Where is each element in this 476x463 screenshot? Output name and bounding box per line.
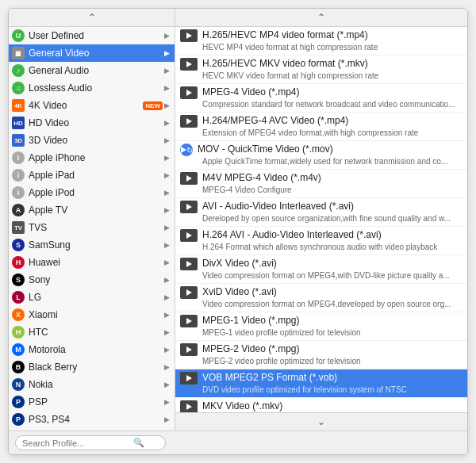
left-item-htc[interactable]: HHTC▶ [9,323,175,341]
right-item-mov-quicktime[interactable]: ↻MOV - QuickTime Video (*.mov)Apple Quic… [175,141,467,170]
right-item-desc-xvid-video: Video compression format on MPEG4,develo… [180,299,461,309]
left-item-label-apple-tv: Apple TV [29,205,163,216]
left-item-label-tvs: TVS [29,222,163,233]
right-item-vob-mpeg2[interactable]: VOB MPEG2 PS Format (*.vob)DVD video pro… [175,369,467,398]
left-item-label-general-audio: General Audio [29,65,163,76]
left-item-lossless-audio[interactable]: ♫Lossless Audio▶ [9,79,175,97]
right-item-title-m4v-video: M4V MPEG-4 Video (*.m4v) [202,172,321,185]
left-item-label-apple-iphone: Apple iPhone [29,152,163,163]
right-panel-list[interactable]: H.265/HEVC MP4 video format (*.mp4)HEVC … [175,27,467,412]
right-item-m4v-video[interactable]: M4V MPEG-4 Video (*.m4v)MPEG-4 Video Con… [175,170,467,198]
left-item-xbox[interactable]: XXbox▶ [9,428,175,430]
left-item-arrow-apple-iphone: ▶ [164,154,170,162]
left-item-label-apple-ipod: Apple iPod [29,187,163,198]
left-item-apple-ipod[interactable]: iApple iPod▶ [9,184,175,201]
right-item-h265-mp4[interactable]: H.265/HEVC MP4 video format (*.mp4)HEVC … [175,27,467,55]
right-item-desc-h265-mkv: HEVC MKV video format at high compressio… [180,71,461,81]
right-item-divx-video[interactable]: DivX Video (*.avi)Video compression form… [175,255,467,284]
right-item-mkv-video[interactable]: MKV Video (*.mkv)Stands for matroska vid… [175,398,467,412]
left-item-apple-iphone[interactable]: iApple iPhone▶ [9,149,175,166]
left-item-tvs[interactable]: TVTVS▶ [9,219,175,236]
right-item-h264-avc[interactable]: H.264/MPEG-4 AVC Video (*.mp4)Extension … [175,113,467,141]
left-item-label-apple-ipad: Apple iPad [29,170,163,181]
right-item-title-mpeg4-video: MPEG-4 Video (*.mp4) [202,86,300,99]
right-item-title-vob-mpeg2: VOB MPEG2 PS Format (*.vob) [202,372,337,385]
bottom-bar: 🔍 [9,430,467,454]
left-item-icon-xiaomi: X [12,308,25,321]
left-item-user-defined[interactable]: UUser Defined▶ [9,27,175,44]
right-item-mpeg4-video[interactable]: MPEG-4 Video (*.mp4)Compression standard… [175,84,467,113]
right-item-title-xvid-video: XviD Video (*.avi) [202,286,277,299]
left-item-arrow-huawei: ▶ [164,258,170,266]
left-item-icon-samsung: S [12,239,25,251]
left-item-4k-video[interactable]: 4K4K VideoNEW▶ [9,97,175,114]
video-icon-mpeg1-video [180,315,198,327]
left-item-xiaomi[interactable]: XXiaomi▶ [9,306,175,323]
left-item-hd-video[interactable]: HDHD Video▶ [9,114,175,132]
left-item-lg[interactable]: LLG▶ [9,289,175,306]
right-item-mpeg1-video[interactable]: MPEG-1 Video (*.mpg)MPEG-1 video profile… [175,312,467,341]
left-item-icon-tvs: TV [12,221,25,234]
left-panel-list[interactable]: UUser Defined▶▦General Video▶♪General Au… [9,27,175,430]
left-item-psp[interactable]: PPSP▶ [9,393,175,411]
left-scroll-up[interactable]: ⌃ [88,12,96,23]
video-icon-m4v-video [180,172,198,185]
left-item-3d-video[interactable]: 3D3D Video▶ [9,132,175,149]
left-item-arrow-3d-video: ▶ [164,136,170,144]
right-item-h264-avi[interactable]: H.264 AVI - Audio-Video Interleaved (*.a… [175,227,467,255]
right-item-title-h265-mkv: H.265/HEVC MKV video format (*.mkv) [202,58,368,71]
left-item-icon-apple-ipad: i [12,169,25,182]
left-item-samsung[interactable]: SSamSung▶ [9,236,175,254]
right-item-title-avi-interleaved: AVI - Audio-Video Interleaved (*.avi) [202,201,354,213]
right-item-avi-interleaved[interactable]: AVI - Audio-Video Interleaved (*.avi)Der… [175,198,467,227]
left-item-label-user-defined: User Defined [29,30,163,41]
right-panel-header: ⌃ [175,9,467,27]
left-item-arrow-motorola: ▶ [164,346,170,354]
right-item-desc-m4v-video: MPEG-4 Video Configure [180,185,461,195]
right-scroll-up[interactable]: ⌃ [317,12,325,23]
video-icon-mpeg2-video [180,343,198,356]
left-item-general-audio[interactable]: ♪General Audio▶ [9,62,175,79]
left-item-general-video[interactable]: ▦General Video▶ [9,44,175,62]
right-scroll-down[interactable]: ⌄ [317,416,325,427]
left-item-huawei[interactable]: HHuawei▶ [9,254,175,271]
left-item-arrow-ps3-ps4: ▶ [164,415,170,423]
right-panel-footer: ⌄ [175,412,467,430]
right-item-mpeg2-video[interactable]: MPEG-2 Video (*.mpg)MPEG-2 video profile… [175,341,467,369]
left-item-blackberry[interactable]: BBlack Berry▶ [9,358,175,376]
right-item-desc-vob-mpeg2: DVD video profile optimized for televisi… [180,385,461,395]
left-item-motorola[interactable]: MMotorola▶ [9,341,175,358]
left-item-arrow-samsung: ▶ [164,241,170,249]
right-item-title-mkv-video: MKV Video (*.mkv) [202,400,282,412]
video-icon-divx-video [180,258,198,270]
left-item-label-3d-video: 3D Video [29,135,163,146]
left-item-icon-psp: P [12,396,25,408]
left-item-apple-tv[interactable]: AApple TV▶ [9,201,175,219]
panels-area: ⌃ UUser Defined▶▦General Video▶♪General … [9,9,467,430]
badge-new-4k-video: NEW [143,101,163,110]
left-item-ps3-ps4[interactable]: PPS3, PS4▶ [9,411,175,428]
right-item-title-divx-video: DivX Video (*.avi) [202,258,277,270]
right-item-h265-mkv[interactable]: H.265/HEVC MKV video format (*.mkv)HEVC … [175,55,467,84]
right-item-desc-mpeg1-video: MPEG-1 video profile optimized for telev… [180,327,461,338]
right-item-xvid-video[interactable]: XviD Video (*.avi)Video compression form… [175,284,467,312]
left-item-icon-4k-video: 4K [12,99,25,112]
left-item-apple-ipad[interactable]: iApple iPad▶ [9,166,175,184]
right-item-desc-avi-interleaved: Dereloped by open source organization,wi… [180,213,461,224]
right-item-title-h264-avc: H.264/MPEG-4 AVC Video (*.mp4) [202,115,348,128]
search-input[interactable] [22,438,133,448]
left-item-arrow-4k-video: ▶ [164,101,170,109]
search-box[interactable]: 🔍 [15,435,166,450]
left-item-icon-nokia: N [12,378,25,391]
video-icon-xvid-video [180,286,198,299]
left-item-arrow-sony: ▶ [164,276,170,284]
left-item-sony[interactable]: SSony▶ [9,271,175,289]
video-icon-vob-mpeg2 [180,372,198,385]
right-item-title-h265-mp4: H.265/HEVC MP4 video format (*.mp4) [202,29,368,42]
left-item-icon-htc: H [12,326,25,339]
left-item-arrow-nokia: ▶ [164,381,170,388]
left-item-icon-blackberry: B [12,361,25,373]
left-item-nokia[interactable]: NNokia▶ [9,376,175,393]
left-item-label-nokia: Nokia [29,379,163,390]
left-item-arrow-blackberry: ▶ [164,363,170,371]
